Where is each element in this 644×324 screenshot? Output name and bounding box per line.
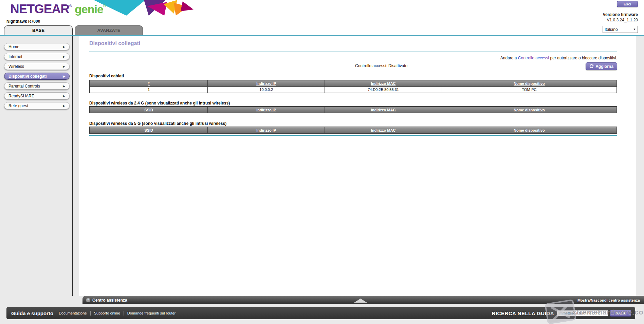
- chevron-right-icon: ▶: [63, 65, 65, 68]
- wireless5-devices-table: SSID Indirizzo IP Indirizzo MAC Nome dis…: [89, 127, 617, 134]
- access-note-prefix: Andare a: [500, 56, 518, 60]
- access-control-status: Controllo accessi: Disattivato: [355, 63, 407, 68]
- chevron-right-icon: ▶: [63, 84, 65, 88]
- sidebar-item-label: Internet: [8, 54, 22, 59]
- tab-advanced[interactable]: AVANZATE: [75, 25, 143, 35]
- sidebar-item-connected-devices[interactable]: Dispositivi collegati ▶: [4, 73, 70, 80]
- refresh-button-label: Aggiorna: [595, 64, 613, 69]
- column-header-device-name[interactable]: Nome dispositivo: [442, 127, 617, 133]
- access-note-suffix: per autorizzare o bloccare dispositivi.: [549, 56, 617, 60]
- firmware-info: Versione firmware V1.0.3.24_1.1.20: [603, 12, 638, 22]
- footer-title: Guida e supporto: [11, 310, 53, 316]
- wired-devices-label: Dispositivi cablati: [89, 74, 124, 78]
- wired-devices-table: # Indirizzo IP Indirizzo MAC Nome dispos…: [89, 80, 617, 93]
- table-row: 1 10.0.0.2 74:D0:2B:80:55:31 TOM-PC: [90, 87, 617, 93]
- wireless24-devices-table: SSID Indirizzo IP Indirizzo MAC Nome dis…: [89, 106, 617, 113]
- help-search-input[interactable]: [557, 310, 608, 316]
- firmware-label: Versione firmware: [603, 12, 638, 17]
- section-bottom-rule: [89, 135, 617, 136]
- column-header-mac[interactable]: Indirizzo MAC: [325, 127, 442, 133]
- footer-bar: Guida e supporto Documentazione Supporto…: [6, 307, 635, 319]
- title-underline: [89, 52, 617, 52]
- column-header-ip[interactable]: Indirizzo IP: [208, 80, 325, 87]
- sidebar-item-label: Home: [8, 44, 19, 49]
- sidebar-item-guest-network[interactable]: Rete guest ▶: [4, 102, 70, 109]
- wireless24-devices-label: Dispositivi wireless da 2,4 G (sono visu…: [89, 101, 230, 106]
- cell-mac: 74:D0:2B:80:55:31: [325, 87, 442, 93]
- help-center-toggle-link[interactable]: Mostra/Nascondi centro assistenza: [577, 298, 640, 302]
- column-header-ssid[interactable]: SSID: [90, 107, 208, 113]
- cell-ip: 10.0.0.2: [208, 87, 325, 93]
- chevron-right-icon: ▶: [63, 94, 65, 98]
- help-search-label: RICERCA NELLA GUIDA: [492, 310, 554, 316]
- router-model-label: Nighthawk R7000: [6, 19, 40, 24]
- tab-base[interactable]: BASE: [4, 25, 73, 35]
- column-header-number[interactable]: #: [90, 80, 208, 87]
- chevron-right-icon: ▶: [63, 55, 65, 58]
- footer-link-documentation[interactable]: Documentazione: [59, 311, 87, 315]
- chevron-right-icon: ▶: [63, 75, 65, 78]
- brand-ribbon-graphic: [94, 0, 196, 16]
- help-center-label: Centro assistenza: [92, 298, 127, 303]
- chevron-right-icon: ▶: [63, 104, 65, 108]
- sidebar-item-home[interactable]: Home ▶: [4, 43, 70, 50]
- sidebar-item-readyshare[interactable]: ReadySHARE ▶: [4, 92, 70, 99]
- language-select[interactable]: Italiano ▼: [603, 26, 638, 33]
- cell-device-name: TOM-PC: [442, 87, 617, 93]
- wireless5-devices-label: Dispositivi wireless da 5 G (sono visual…: [89, 121, 226, 126]
- expand-help-arrow-icon[interactable]: [354, 299, 367, 303]
- brand-logo: NETGEAR®genie®: [10, 2, 106, 16]
- registered-mark: ®: [103, 4, 106, 8]
- sidebar-item-label: Rete guest: [8, 103, 28, 108]
- logout-button[interactable]: Esci: [617, 1, 638, 7]
- column-header-mac[interactable]: Indirizzo MAC: [325, 80, 442, 87]
- content-divider-line: [72, 35, 73, 296]
- registered-mark: ®: [69, 4, 72, 8]
- help-center-bar: ? Centro assistenza Mostra/Nascondi cent…: [82, 296, 644, 304]
- brand-product: genie: [75, 3, 103, 16]
- refresh-button[interactable]: Aggiorna: [586, 62, 617, 70]
- column-header-ssid[interactable]: SSID: [90, 127, 208, 133]
- refresh-icon: [589, 64, 594, 69]
- cell-number: 1: [90, 87, 208, 93]
- link-separator: [124, 311, 124, 316]
- table-header-row: SSID Indirizzo IP Indirizzo MAC Nome dis…: [90, 127, 617, 133]
- sidebar-nav: Home ▶ Internet ▶ Wireless ▶ Dispositivi…: [4, 43, 70, 112]
- sidebar-item-parental-controls[interactable]: Parental Controls ▶: [4, 82, 70, 90]
- column-header-ip[interactable]: Indirizzo IP: [208, 107, 325, 113]
- sidebar-item-label: ReadySHARE: [8, 94, 34, 98]
- app-header: NETGEAR®genie® Nighthawk R7000 Esci Vers…: [0, 0, 644, 36]
- page-title: Dispositivi collegati: [89, 40, 140, 46]
- sidebar-item-label: Wireless: [8, 64, 24, 69]
- sidebar-item-label: Parental Controls: [8, 84, 40, 89]
- sidebar-item-label: Dispositivi collegati: [8, 74, 47, 79]
- help-icon: ?: [86, 298, 90, 302]
- chevron-right-icon: ▶: [63, 45, 65, 49]
- footer-link-router-faq[interactable]: Domande frequenti sul router: [127, 311, 176, 315]
- sidebar-item-wireless[interactable]: Wireless ▶: [4, 63, 70, 70]
- column-header-mac[interactable]: Indirizzo MAC: [325, 107, 442, 113]
- sidebar-item-internet[interactable]: Internet ▶: [4, 53, 70, 60]
- column-header-device-name[interactable]: Nome dispositivo: [442, 80, 617, 87]
- access-control-note: Andare a Controllo accessi per autorizza…: [89, 56, 617, 60]
- main-content-panel: Dispositivi collegati Andare a Controllo…: [79, 36, 636, 296]
- table-header-row: SSID Indirizzo IP Indirizzo MAC Nome dis…: [90, 107, 617, 113]
- search-go-button[interactable]: VAI A: [610, 310, 631, 317]
- column-header-device-name[interactable]: Nome dispositivo: [442, 107, 617, 113]
- chevron-down-icon: ▼: [633, 28, 636, 31]
- footer-link-online-support[interactable]: Supporto online: [94, 311, 120, 315]
- column-header-ip[interactable]: Indirizzo IP: [208, 127, 325, 133]
- link-separator: [90, 311, 91, 316]
- footer-links: Documentazione Supporto online Domande f…: [59, 311, 176, 316]
- table-header-row: # Indirizzo IP Indirizzo MAC Nome dispos…: [90, 80, 617, 87]
- firmware-version: V1.0.3.24_1.1.20: [603, 18, 638, 22]
- access-control-link[interactable]: Controllo accessi: [518, 56, 549, 60]
- brand-name: NETGEAR: [10, 2, 69, 16]
- language-selected-value: Italiano: [605, 27, 618, 32]
